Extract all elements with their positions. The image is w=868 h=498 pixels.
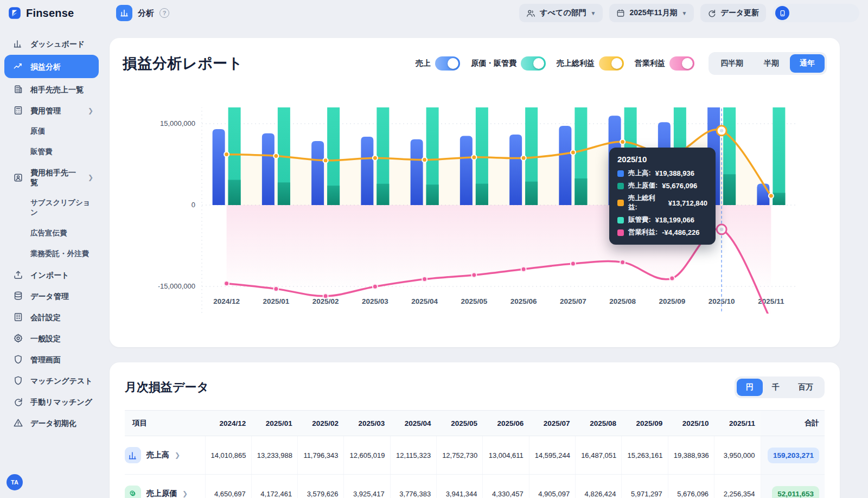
value-cell: 12,605,019 (344, 436, 390, 475)
bar-chart-icon (125, 447, 141, 463)
chevron-right-icon: ❯ (88, 173, 93, 182)
tooltip-value: ¥19,388,936 (655, 169, 694, 177)
sidebar-item-label: インポート (30, 270, 69, 280)
month-header: 2025/05 (437, 411, 483, 436)
department-filter[interactable]: すべての部門 ▼ (519, 4, 603, 22)
toggle-label: 営業利益 (635, 59, 665, 68)
value-cell: 14,595,244 (529, 436, 575, 475)
series-chip (617, 183, 624, 189)
calculator-icon (13, 105, 23, 116)
gear-icon (13, 333, 23, 343)
row-label-0[interactable]: 売上高 ❯ (125, 447, 200, 463)
topbar: Finsense 分析 ? すべての部門 ▼ (0, 0, 868, 26)
value-cell: 4,905,097 (529, 475, 575, 498)
page-title: 分析 (138, 8, 154, 18)
range-option-四半期[interactable]: 四半期 (711, 54, 753, 73)
value-cell: 12,752,730 (437, 436, 483, 475)
notes-widget[interactable] (773, 4, 859, 22)
tooltip-value: -¥4,486,226 (662, 228, 699, 237)
svg-text:0: 0 (192, 201, 195, 209)
sidebar-item-sga[interactable]: 販管費 (4, 142, 99, 162)
sidebar-item-label: 手動リマッチング (30, 397, 92, 407)
value-cell: 3,925,417 (344, 475, 390, 498)
svg-text:2025/06: 2025/06 (510, 297, 537, 305)
sidebar-item-manual-rematching[interactable]: 手動リマッチング (4, 392, 99, 412)
unit-option-円[interactable]: 円 (737, 379, 763, 396)
pl-combo-chart[interactable]: 30,000,00015,000,0000-15,000,000-30,000,… (123, 78, 827, 325)
toggle-label: 原価・販管費 (471, 59, 516, 68)
month-header: 2025/06 (483, 411, 529, 436)
sidebar-item-admin-screen[interactable]: 管理画面 (4, 349, 99, 369)
value-cell: 14,010,865 (205, 436, 251, 475)
refresh-data-button[interactable]: データ更新 (700, 4, 766, 22)
series-toggle-3[interactable]: 営業利益 (635, 56, 694, 71)
sidebar-item-matching-test[interactable]: マッチングテスト (4, 371, 99, 391)
chevron-right-icon: ❯ (182, 490, 188, 497)
sidebar-item-profit-analysis[interactable]: 損益分析 (4, 55, 99, 78)
report-title: 損益分析レポート (123, 54, 243, 73)
sidebar-item-label: サブスクリプション (30, 198, 93, 218)
value-cell: 4,650,697 (205, 475, 251, 498)
sidebar-item-label: 業務委託・外注費 (30, 249, 89, 259)
month-header: 2025/07 (529, 411, 575, 436)
sidebar-item-data-management[interactable]: データ管理 (4, 286, 99, 306)
sidebar-item-expense-vendors[interactable]: 費用相手先一覧❯ (4, 163, 99, 192)
unit-option-百万[interactable]: 百万 (789, 379, 822, 396)
series-toggle-0[interactable]: 売上 (416, 56, 460, 71)
bar-chart-icon (13, 39, 23, 49)
monthly-pl-table: 項目2024/122025/012025/022025/032025/04202… (125, 410, 825, 498)
sidebar-item-general-settings[interactable]: 一般設定 (4, 328, 99, 348)
toggle-switch[interactable] (669, 56, 694, 71)
range-option-半期[interactable]: 半期 (754, 54, 789, 73)
sidebar-item-label: 原価 (30, 126, 45, 136)
chevron-right-icon: ❯ (88, 106, 93, 116)
sidebar-item-import[interactable]: インポート (4, 265, 99, 285)
series-toggle-2[interactable]: 売上総利益 (557, 56, 624, 71)
tooltip-row: 売上原価: ¥5,676,096 (617, 181, 707, 190)
sidebar-item-expense-management[interactable]: 費用管理❯ (4, 100, 99, 120)
toggle-switch[interactable] (435, 56, 460, 71)
series-toggle-1[interactable]: 原価・販管費 (471, 56, 546, 71)
range-option-通年[interactable]: 通年 (790, 54, 825, 73)
toggle-switch[interactable] (521, 56, 546, 71)
month-header: 2025/09 (622, 411, 668, 436)
value-cell: 3,941,344 (437, 475, 483, 498)
logo-icon (8, 6, 22, 20)
sidebar-item-label: マッチングテスト (30, 376, 93, 386)
tooltip-label: 売上高: (628, 169, 651, 178)
value-cell: 11,796,343 (298, 436, 344, 475)
refresh-icon (13, 397, 23, 407)
sidebar-item-dashboard[interactable]: ダッシュボード (4, 34, 99, 54)
main-content: 損益分析レポート 売上原価・販管費売上総利益営業利益 四半期半期通年 30,00… (103, 26, 868, 498)
unit-option-千[interactable]: 千 (763, 379, 789, 396)
sidebar-item-outsourcing[interactable]: 業務委託・外注費 (4, 244, 99, 264)
month-header: 2024/12 (205, 411, 251, 436)
value-cell: 12,115,323 (390, 436, 436, 475)
range-segmented-control: 四半期半期通年 (709, 52, 827, 75)
sidebar-item-subscription[interactable]: サブスクリプション (4, 193, 99, 222)
sidebar-item-label: 相手先売上一覧 (30, 85, 84, 94)
sidebar-item-label: 費用相手先一覧 (30, 168, 81, 187)
sidebar-item-customer-sales[interactable]: 相手先売上一覧 (4, 79, 99, 99)
value-cell: 5,971,297 (622, 475, 668, 498)
toggle-switch[interactable] (599, 56, 624, 71)
logo-text: Finsense (26, 7, 74, 20)
sidebar-item-data-init[interactable]: データ初期化 (4, 413, 99, 433)
sidebar-item-cost[interactable]: 原価 (4, 122, 99, 141)
sidebar-item-accounting-settings[interactable]: 会計設定 (4, 307, 99, 327)
table-header-row: 項目2024/122025/012025/022025/032025/04202… (125, 411, 825, 436)
sidebar-item-label: 管理画面 (30, 355, 61, 365)
app-logo[interactable]: Finsense (8, 6, 103, 20)
row-label-1[interactable]: 売上原価 ❯ (125, 486, 200, 498)
tooltip-row: 売上高: ¥19,388,936 (617, 169, 707, 178)
users-icon (526, 9, 535, 18)
upload-icon (13, 270, 23, 280)
avatar[interactable]: TA (7, 474, 23, 490)
sidebar-item-advertising[interactable]: 広告宣伝費 (4, 224, 99, 243)
help-icon[interactable]: ? (159, 8, 169, 18)
period-filter[interactable]: 2025年11月期 ▼ (609, 4, 694, 22)
refresh-data-label: データ更新 (720, 8, 759, 18)
series-chip (617, 229, 624, 236)
series-chip (617, 200, 624, 206)
chevron-down-icon: ▼ (681, 10, 687, 16)
